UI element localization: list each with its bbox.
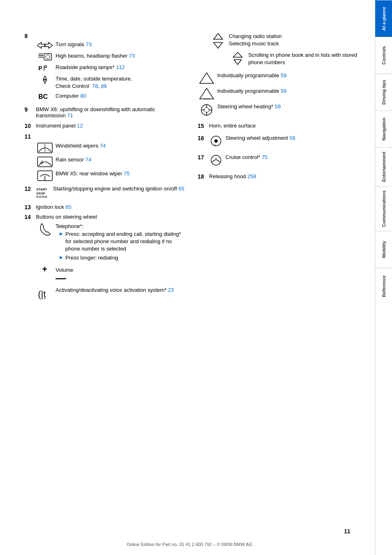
rear-wiper-item: BMW X5: rear window wiper 75 [36,170,185,181]
high-beams-text: High beams, headlamp flasher 73 [56,52,135,60]
computer-item: BC Computer 80 [36,92,185,101]
sidebar-tab-mobility[interactable]: Mobility [375,231,392,268]
wipers-text: Windshield wipers 74 [56,142,106,150]
voice-text: Activating/deactivating voice activation… [56,286,174,294]
high-beams-item: High beams, headlamp flasher 73 [36,52,185,61]
telephone-text: Telephone*: ▶ Press: accepting and endin… [56,223,185,263]
svg-marker-28 [214,43,223,48]
ind-prog-2-text: Individually programmable 59 [217,87,287,95]
sidebar-tab-navigation[interactable]: Navigation [375,110,392,147]
rear-wiper-page[interactable]: 75 [124,170,129,177]
time-date-page1[interactable]: 78 [92,83,98,89]
sw-heating-item: Steering wheel heating* 59 [198,103,359,117]
voice-item: (|ț Activating/deactivating voice activa… [36,286,185,300]
right-column: Changing radio station Selecting music t… [198,33,359,304]
sidebar-tab-driving-tips[interactable]: Driving tips [375,74,392,110]
section-18: 18 Releasing hood 258 [198,173,359,180]
svg-point-6 [46,55,50,59]
svg-marker-27 [214,34,223,39]
section-9-page[interactable]: 71 [67,112,73,119]
sidebar-tab-at-a-glance[interactable]: At a glance [375,0,392,37]
section-14-header: 14 Buttons on steering wheel [24,214,185,220]
radio-icon [209,33,229,49]
right-top-items: Changing radio station Selecting music t… [209,33,359,66]
section-10-num: 10 [24,123,36,129]
section-13-num: 13 [24,204,36,210]
svg-text:BC: BC [38,93,48,100]
sidebar-tab-entertainment[interactable]: Entertainment [375,147,392,186]
volume-text: Volume [56,266,73,283]
ind-prog-1-item: Individually programmable 59 [198,72,359,84]
rain-sensor-page[interactable]: 74 [85,157,91,163]
cruise-icon [209,154,223,168]
svg-text:ENGINE: ENGINE [36,195,47,198]
page-container: 8 [0,0,392,555]
section-11-items: Windshield wipers 74 A [36,142,185,181]
turn-signals-text: Turn signals 73 [56,41,91,48]
section-8-num: 8 [24,33,36,39]
voice-icon: (|ț [36,286,56,300]
time-date-page2[interactable]: 86 [101,83,107,89]
section-10-header: 10 Instrument panel 12 [24,123,185,129]
section-12-page[interactable]: 65 [178,186,184,192]
left-column: 8 [24,33,185,304]
section-9-header: 9 BMW X6: upshifting or downshifting wit… [24,106,185,119]
turn-signals-icon [36,41,56,50]
section-17: 17 Cruise control* 75 [198,154,359,168]
section-13-header: 13 Ignition lock 65 [24,204,185,210]
section-16-text: Steering wheel adjustment 58 [225,135,295,141]
telephone-item: Telephone*: ▶ Press: accepting and endin… [36,223,185,263]
section-18-page[interactable]: 258 [247,173,256,179]
sidebar-tab-controls[interactable]: Controls [375,37,392,74]
section-16-page[interactable]: 58 [290,135,295,141]
section-8: 8 [24,33,185,101]
wipers-page[interactable]: 74 [100,143,105,149]
section-13-text: Ignition lock 65 [36,204,71,210]
svg-point-43 [211,155,221,165]
scroll-item: Scrolling in phone book and in lists wit… [229,51,359,66]
phone-bullet-1: ▶ Press: accepting and ending call, star… [60,231,185,253]
sidebar-tab-reference[interactable]: Reference [375,268,392,304]
wipers-icon [36,142,56,154]
section-17-page[interactable]: 75 [262,154,267,160]
sidebar-tab-communications[interactable]: Communications [375,186,392,231]
sw-heating-page[interactable]: 59 [275,103,281,110]
section-18-header: 18 Releasing hood 258 [198,173,359,180]
svg-text:START: START [36,188,47,191]
scroll-icon [229,51,248,65]
section-13-page[interactable]: 65 [65,204,71,210]
volume-plus-icon: + [36,266,56,274]
section-11: 11 [24,133,185,181]
ind-prog-1-page[interactable]: 59 [281,72,286,78]
section-9-text: BMW X6: upshifting or downshifting with … [36,106,185,119]
section-10-page[interactable]: 12 [77,123,82,129]
section-11-header: 11 [24,133,185,140]
parking-lamps-text: Roadside parking lamps* 112 [56,64,125,71]
turn-signals-page[interactable]: 73 [86,41,91,47]
wipers-item: Windshield wipers 74 [36,142,185,154]
high-beams-page[interactable]: 73 [129,53,135,59]
section-15-header: 15 Horn, entire surface [198,123,359,129]
voice-page[interactable]: 23 [168,287,174,293]
section-9: 9 BMW X6: upshifting or downshifting wit… [24,106,185,119]
svg-marker-31 [200,73,214,83]
computer-page[interactable]: 80 [80,93,86,99]
sw-heating-text: Steering wheel heating* 59 [217,103,281,110]
section-17-text: Cruise control* 75 [225,154,267,160]
svg-point-41 [214,139,218,143]
right-sidebar: At a glance Controls Driving tips Naviga… [375,0,392,555]
ind-prog-2-page[interactable]: 59 [281,88,286,94]
svg-text:+: + [42,266,47,274]
section-12: 12 START STOP ENGINE Starting/stopping [24,186,185,200]
ind-prog-1-icon [198,72,217,84]
parking-lamps-page[interactable]: 112 [116,64,125,70]
section-18-text: Releasing hood 258 [209,173,256,179]
section-10-text: Instrument panel 12 [36,123,83,129]
section-16-num: 16 [198,135,209,141]
parking-lamps-item: P Roadside parking lamps* 112 [36,64,185,73]
radio-text: Changing radio station Selecting music t… [229,33,282,47]
rear-wiper-icon [36,170,56,181]
section-12-num: 12 [24,186,36,192]
svg-text:!: ! [214,143,216,147]
footer: Online Edition for Part no. 01 41 2 600 … [24,542,354,547]
